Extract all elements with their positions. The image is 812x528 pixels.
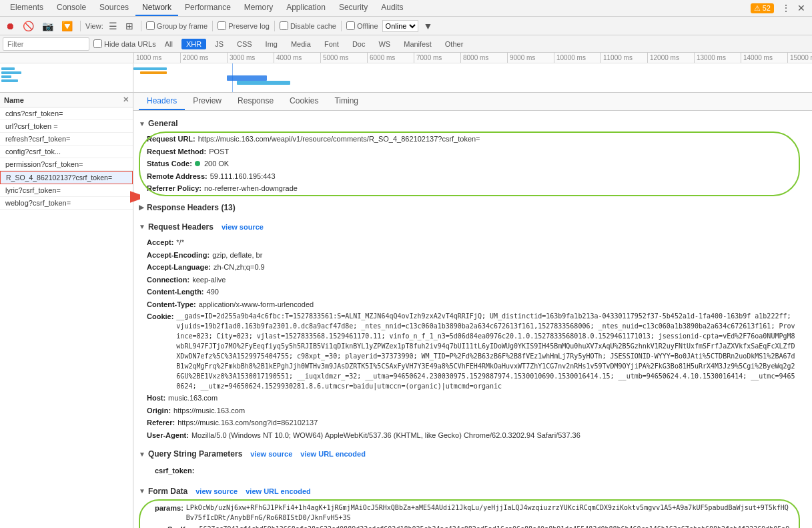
referrer-policy-label: Referrer Policy: [147,183,201,194]
request-item-weblog[interactable]: weblog?csrf_token= [0,197,133,210]
request-item-refresh[interactable]: refresh?csrf_token= [0,133,133,146]
referer-value: https://music.163.com/song?id=862102137 [177,417,318,429]
tab-performance[interactable]: Performance [178,0,238,16]
tick-8000: 8000 ms [460,53,507,63]
filter-css[interactable]: CSS [232,39,257,49]
filter-doc[interactable]: Doc [348,39,370,49]
origin-value: https://music.163.com [173,405,245,417]
request-item-lyric[interactable]: lyric?csrf_token= [0,184,133,197]
disable-cache-label[interactable]: Disable cache [280,21,336,30]
form-data-content: params: LPkOcWb/uzNj6xw+RFhGJ1PkFi4+1h4a… [139,501,807,528]
filter-js[interactable]: JS [210,39,228,49]
params-value: LPkOcWb/uzNj6xw+RFhGJ1PkFi4+1h4agK+1jRGm… [186,503,791,523]
group-view-icon[interactable]: ⊞ [123,19,136,33]
tab-sources[interactable]: Sources [93,0,135,16]
connection-row: Connection: keep-alive [139,274,807,286]
record-icon[interactable]: ⏺ [3,19,17,33]
enc-sec-key-row: encSecKey: 5627cc7941cf4cbd59b13668efe38… [147,523,799,528]
content-length-value: 490 [207,286,219,298]
remote-address-label: Remote Address: [147,171,208,182]
main-content: Name ✕ cdns?csrf_token= url?csrf_token =… [0,93,812,528]
request-method-label: Request Method: [147,146,206,158]
accept-language-label: Accept-Language: [147,262,211,273]
offline-label[interactable]: Offline [346,21,378,30]
tab-application[interactable]: Application [280,0,332,16]
tab-preview[interactable]: Preview [185,93,230,110]
group-by-frame-label[interactable]: Group by frame [146,21,208,30]
general-section-header[interactable]: ▼ General [139,113,807,133]
request-item-permission[interactable]: permission?csrf_token= [0,158,133,171]
cookie-row: Cookie: __gads=ID=2d255a9b4a4c6fbc:T=152… [139,310,807,392]
preserve-log-checkbox[interactable] [218,21,226,30]
offline-checkbox[interactable] [346,21,355,30]
enc-sec-key-value: 5627cc7941cf4cbd59b13668efe38a622ed0889d… [199,524,791,528]
request-headers-label: Request Headers [148,221,214,234]
tick-4000: 4000 ms [274,53,320,63]
hide-data-urls-label[interactable]: Hide data URLs [93,39,156,48]
filter-xhr[interactable]: XHR [181,39,206,49]
request-item-url[interactable]: url?csrf_token = [0,120,133,133]
csrf-token-query-row: csrf_token: [147,465,799,477]
timeline-ruler: 1000 ms 2000 ms 3000 ms 4000 ms 5000 ms … [0,53,812,63]
tab-audits[interactable]: Audits [374,0,410,16]
request-item-rso[interactable]: R_SO_4_862102137?csrf_token= [0,171,133,184]
dropdown-icon[interactable]: ▼ [421,19,436,33]
more-options-icon[interactable]: ⋮ [778,1,794,15]
form-view-url-link[interactable]: view URL encoded [246,486,311,498]
tab-timing[interactable]: Timing [326,93,366,110]
form-data-label: Form Data [148,485,187,498]
origin-label: Origin: [147,405,171,417]
filter-all[interactable]: All [160,39,177,49]
separator-1 [80,21,81,31]
content-type-row: Content-Type: application/x-www-form-url… [139,298,807,311]
online-select[interactable]: Online [382,20,418,32]
clear-icon[interactable]: 🚫 [20,19,37,33]
accept-encoding-value: gzip, deflate, br [212,250,262,261]
tab-network[interactable]: Network [135,0,178,16]
tick-6000: 6000 ms [367,53,414,63]
query-view-url-link[interactable]: view URL encoded [300,449,366,461]
status-dot [195,161,200,166]
filter-icon[interactable]: 🔽 [59,19,75,33]
tab-headers[interactable]: Headers [139,93,185,110]
query-string-section[interactable]: ▼ Query String Parameters view source vi… [139,444,807,463]
filter-ws[interactable]: WS [374,39,395,49]
request-headers-section[interactable]: ▼ Request Headers view source [139,217,807,236]
preserve-log-label[interactable]: Preserve log [218,21,270,30]
tab-memory[interactable]: Memory [238,0,280,16]
cookie-label: Cookie: [147,311,173,391]
form-data-triangle-icon: ▼ [139,486,145,497]
response-headers-section[interactable]: ▶ Response Headers (13) [139,198,807,217]
tab-elements[interactable]: Elements [3,0,50,16]
view-source-link[interactable]: view source [222,222,264,234]
tab-security[interactable]: Security [332,0,374,16]
general-properties-container: Request URL: https://music.163.com/weapi… [139,133,807,195]
filter-input[interactable] [3,37,89,51]
close-icon[interactable]: ✕ [794,1,809,15]
filter-manifest[interactable]: Manifest [399,39,436,49]
requests-panel: Name ✕ cdns?csrf_token= url?csrf_token =… [0,93,133,528]
panel-close-icon[interactable]: ✕ [123,95,129,104]
tick-10000: 10000 ms [554,53,600,63]
query-view-source-link[interactable]: view source [250,449,292,461]
form-data-section[interactable]: ▼ Form Data view source view URL encoded [139,481,807,501]
disable-cache-checkbox[interactable] [280,21,288,30]
hide-data-urls-checkbox[interactable] [93,39,102,48]
camera-icon[interactable]: 📷 [39,19,56,33]
filter-font[interactable]: Font [320,39,344,49]
filter-img[interactable]: Img [261,39,282,49]
request-item-cdns[interactable]: cdns?csrf_token= [0,107,133,120]
separator-2 [141,21,141,31]
group-by-frame-checkbox[interactable] [146,21,155,30]
request-item-config[interactable]: config?csrf_tok... [0,146,133,158]
tab-cookies[interactable]: Cookies [282,93,326,110]
requests-header-label: Name [4,96,24,104]
list-view-icon[interactable]: ☰ [106,19,120,33]
filter-media[interactable]: Media [286,39,316,49]
filter-other[interactable]: Other [440,39,468,49]
form-view-source-link[interactable]: view source [195,486,238,498]
tab-response[interactable]: Response [230,93,282,110]
referrer-policy-row: Referrer Policy: no-referrer-when-downgr… [139,182,807,195]
details-panel: Headers Preview Response Cookies Timing … [133,93,812,528]
tab-console[interactable]: Console [50,0,93,16]
